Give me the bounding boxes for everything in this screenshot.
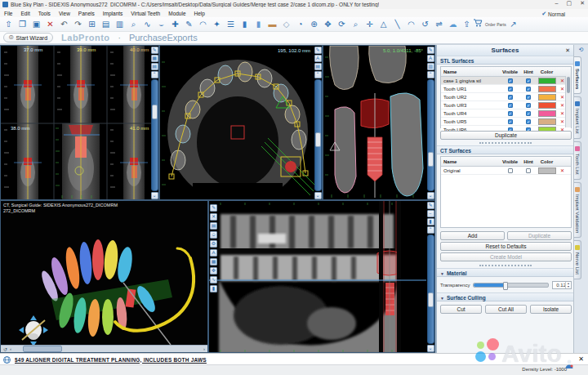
draw-icon[interactable]: ✎ bbox=[427, 47, 434, 54]
edit-tooth-icon[interactable]: ✎ bbox=[184, 19, 194, 30]
menu-implants[interactable]: Implants bbox=[99, 11, 127, 16]
chevron-up-icon[interactable]: ⌃ bbox=[151, 71, 158, 78]
detail-scrollbar[interactable] bbox=[427, 79, 434, 191]
surface-row-tooth-ur1[interactable]: Tooth UR1✓✓✕ bbox=[441, 85, 571, 93]
surface-row-case-1-gingiva-stl[interactable]: case 1 gingiva stl✓✓✕ bbox=[441, 77, 571, 85]
settings-icon[interactable]: ⚙ bbox=[210, 240, 217, 248]
hint-checkbox[interactable]: ✓ bbox=[526, 111, 531, 116]
tab-implant-validation[interactable]: Implant Validation bbox=[574, 182, 581, 238]
chevron-down-icon[interactable]: ⌄ bbox=[427, 345, 434, 352]
draw-icon[interactable]: ✎ bbox=[210, 204, 217, 212]
tab-tooth-list[interactable]: Tooth List bbox=[574, 141, 581, 180]
chevron-down-icon[interactable]: ⌄ bbox=[314, 192, 322, 199]
mask-icon[interactable]: ▤ bbox=[210, 222, 217, 230]
panoramic-viewport[interactable]: ✎✕▤☺⚙A▦✥∿▮ ✎ ⌣ ▮ ⌃ ⌄ bbox=[208, 200, 435, 353]
menu-file[interactable]: File bbox=[0, 11, 16, 16]
cut-icon[interactable]: ✕ bbox=[210, 213, 217, 221]
cut-all-button[interactable]: Cut All bbox=[485, 305, 527, 314]
visible-checkbox[interactable]: ✓ bbox=[508, 87, 513, 92]
aligner-promo-link[interactable]: $49 ALIGNER DIGITAL TREATMENT PLANNING, … bbox=[15, 357, 207, 363]
annotate-icon[interactable]: A bbox=[210, 249, 217, 257]
export-icon[interactable]: ❐ bbox=[17, 19, 28, 30]
splitter-handle[interactable] bbox=[479, 142, 532, 144]
hint-checkbox[interactable]: ✓ bbox=[526, 95, 531, 100]
move-icon[interactable]: ✥ bbox=[323, 19, 333, 30]
rotate-ccw-icon[interactable]: ↺ bbox=[420, 19, 430, 30]
segment-icon[interactable]: ✦ bbox=[212, 19, 222, 30]
color-swatch[interactable] bbox=[538, 86, 556, 92]
surface-row-tooth-ur5[interactable]: Tooth UR5✓✓✕ bbox=[441, 118, 571, 126]
pan-icon[interactable]: ✥ bbox=[210, 267, 217, 275]
lock-icon[interactable]: ⊕ bbox=[309, 19, 319, 30]
annotate-icon[interactable]: A bbox=[314, 55, 322, 62]
visible-checkbox[interactable]: ✓ bbox=[508, 78, 513, 83]
tab-implant-list[interactable]: Implant List bbox=[574, 96, 581, 139]
isolate-button[interactable]: Isolate bbox=[530, 305, 572, 314]
undock-panel-icon[interactable]: ⟲ bbox=[579, 47, 584, 53]
splitter-handle[interactable] bbox=[479, 265, 532, 266]
visible-checkbox[interactable] bbox=[508, 168, 513, 173]
menu-edit[interactable]: Edit bbox=[16, 11, 33, 16]
implant-icon[interactable]: ▮ bbox=[210, 285, 217, 292]
implant-detail-viewport[interactable]: 5.0, 1.0/4311, -85° ✎ A ▥ ⌃ ⌄ bbox=[323, 45, 435, 200]
tab-surfaces[interactable]: Surfaces bbox=[574, 56, 581, 94]
ct-add-button[interactable]: Add bbox=[440, 231, 505, 240]
pano-scrollbar[interactable] bbox=[427, 234, 434, 344]
scroll-right-icon[interactable]: › bbox=[203, 346, 205, 351]
pano-curve-icon[interactable]: ⌣ bbox=[427, 210, 434, 217]
maximize-button[interactable]: ▢ bbox=[567, 0, 572, 7]
region-icon[interactable]: ▦ bbox=[210, 258, 217, 266]
visible-checkbox[interactable]: ✓ bbox=[508, 103, 513, 108]
profile-icon[interactable]: △ bbox=[378, 19, 389, 30]
patient-icon[interactable]: ☺ bbox=[210, 231, 217, 239]
pan-icon[interactable]: ✛ bbox=[364, 19, 375, 30]
menu-view[interactable]: View bbox=[55, 11, 74, 16]
color-swatch[interactable] bbox=[538, 167, 556, 174]
chevron-up-icon[interactable]: ⌃ bbox=[314, 71, 322, 78]
nerve-icon[interactable]: ∿ bbox=[210, 276, 217, 283]
stl-surfaces-header[interactable]: STL Surfaces bbox=[437, 56, 573, 65]
hint-checkbox[interactable]: ✓ bbox=[526, 119, 531, 124]
arch-icon[interactable]: ⌣ bbox=[156, 19, 167, 30]
chevron-up-icon[interactable]: ⌃ bbox=[427, 226, 434, 234]
axial-scrollbar[interactable] bbox=[314, 79, 322, 191]
order-parts-cart-icon[interactable] bbox=[472, 19, 483, 30]
line-icon[interactable]: ╲ bbox=[392, 19, 403, 30]
create-model-button[interactable]: Create Model bbox=[440, 252, 572, 261]
cross-sections-viewport[interactable]: 37.0 mm39.0 mm40.0 mm38.0 mm41.0 mm ✎ ▦ … bbox=[0, 45, 159, 200]
ct-surfaces-header[interactable]: CT Surfaces bbox=[437, 145, 573, 154]
visible-checkbox[interactable]: ✓ bbox=[508, 119, 513, 124]
color-swatch[interactable] bbox=[538, 94, 556, 100]
chevron-up-icon[interactable]: ⌃ bbox=[427, 71, 434, 78]
3d-horizontal-scrollbar[interactable]: ↺ ‹ › bbox=[1, 345, 207, 352]
model-icon[interactable]: ▥ bbox=[114, 19, 125, 30]
mode-dropdown[interactable]: ✔ Normal bbox=[541, 11, 565, 17]
save-icon[interactable]: ▣ bbox=[31, 19, 42, 30]
transparency-value[interactable]: 0.12 ▲▼ bbox=[552, 281, 572, 289]
visible-checkbox[interactable]: ✓ bbox=[508, 111, 513, 116]
color-swatch[interactable] bbox=[538, 102, 556, 109]
tab-nerve-list[interactable]: Nerve List bbox=[574, 240, 581, 279]
slice-view-icon[interactable]: ▥ bbox=[427, 63, 434, 70]
annotate-icon[interactable]: A bbox=[427, 55, 434, 62]
tooth-icon[interactable]: ◇ bbox=[281, 19, 292, 30]
material-header[interactable]: ▼Material bbox=[437, 268, 573, 277]
redo-icon[interactable]: ↷ bbox=[73, 19, 83, 30]
hint-checkbox[interactable]: ✓ bbox=[526, 87, 531, 92]
hint-checkbox[interactable] bbox=[526, 168, 531, 173]
add-tooth-icon[interactable]: ✚ bbox=[170, 19, 180, 30]
cloud-icon[interactable]: ☁ bbox=[448, 19, 458, 30]
ct-duplicate-button[interactable]: Duplicate bbox=[507, 231, 572, 240]
visible-checkbox[interactable]: ✓ bbox=[508, 95, 513, 100]
protractor-icon[interactable]: ◠ bbox=[406, 19, 416, 30]
layout-grid-icon[interactable]: ⊞ bbox=[87, 19, 97, 30]
scroll-left-icon[interactable]: ‹ bbox=[10, 346, 11, 351]
expand-icon[interactable]: ↗ bbox=[508, 19, 519, 30]
undo-icon[interactable]: ↶ bbox=[59, 19, 69, 30]
upload-icon[interactable]: ⇪ bbox=[461, 19, 472, 30]
slice-scrollbar[interactable] bbox=[151, 79, 158, 191]
panel-close-icon[interactable]: ✕ bbox=[565, 47, 570, 54]
density-icon[interactable]: ◔ bbox=[295, 19, 305, 30]
order-parts-label[interactable]: Order Parts bbox=[485, 22, 506, 27]
color-swatch[interactable] bbox=[538, 118, 556, 125]
